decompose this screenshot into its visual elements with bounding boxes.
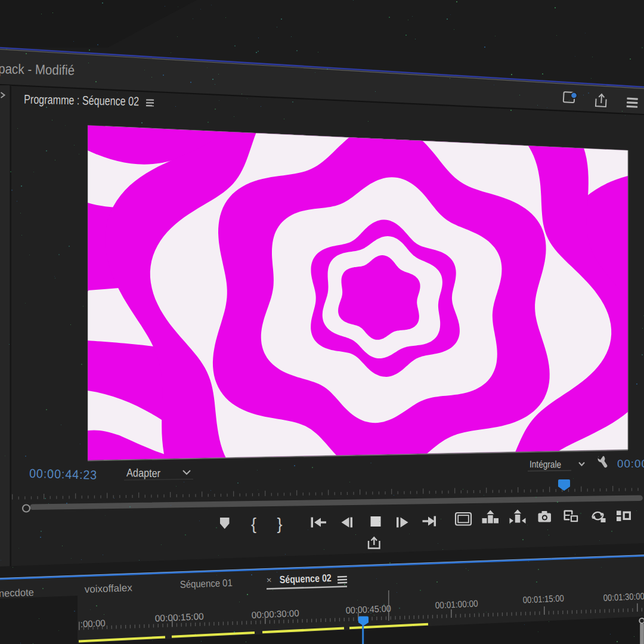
svg-text:×: ×	[267, 575, 272, 585]
svg-text:voixoffalex: voixoffalex	[84, 582, 132, 595]
svg-text:Programme : Séquence 02: Programme : Séquence 02	[24, 92, 139, 109]
svg-text:00:00:: 00:00:	[617, 457, 644, 470]
svg-text:{: {	[251, 515, 256, 533]
svg-text:00:01:15:00: 00:01:15:00	[522, 593, 564, 605]
svg-text:00:00:30:00: 00:00:30:00	[251, 608, 299, 620]
svg-text:Séquence 02: Séquence 02	[279, 572, 332, 586]
svg-text:pack - Modifié: pack - Modifié	[0, 61, 75, 78]
svg-text:Intégrale: Intégrale	[530, 459, 561, 469]
svg-text:necdote: necdote	[0, 587, 34, 599]
svg-text:}: }	[277, 515, 283, 533]
svg-text:00:00:44:23: 00:00:44:23	[29, 466, 98, 482]
svg-text:Adapter: Adapter	[126, 466, 161, 479]
svg-text:00:01:00:00: 00:01:00:00	[435, 598, 478, 610]
svg-text:Séquence 01: Séquence 01	[179, 577, 233, 590]
svg-text:00:01:30:00: 00:01:30:00	[603, 591, 644, 603]
